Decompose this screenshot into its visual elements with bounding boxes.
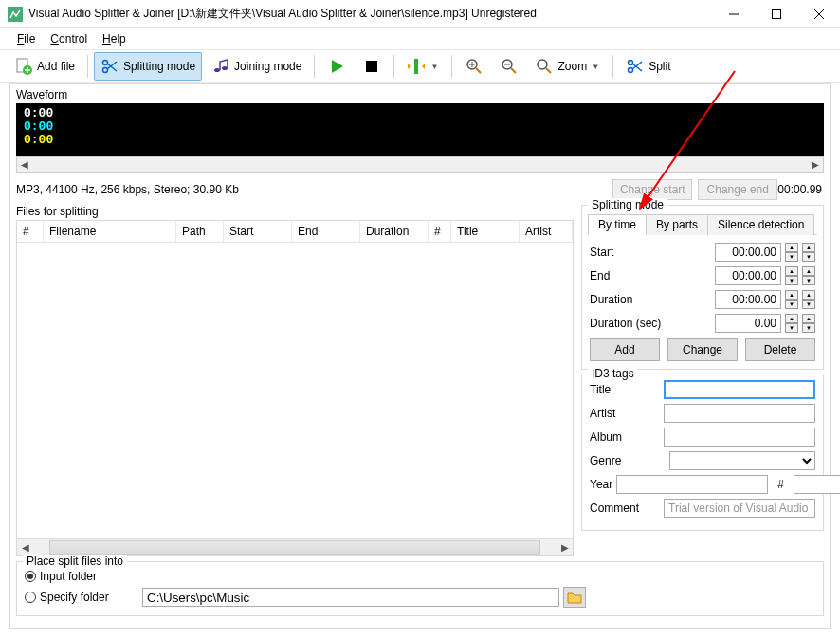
scroll-thumb[interactable] bbox=[49, 540, 540, 555]
change-end-button[interactable]: Change end bbox=[698, 179, 777, 200]
table-body bbox=[17, 243, 573, 538]
end-input[interactable] bbox=[715, 266, 781, 285]
input-folder-radio-row[interactable]: Input folder bbox=[25, 568, 815, 585]
scroll-right-icon[interactable]: ▶ bbox=[808, 159, 823, 170]
minimize-button[interactable] bbox=[712, 0, 755, 27]
add-button[interactable]: Add bbox=[590, 338, 660, 361]
duration-sec-spinner[interactable]: ▲▼ bbox=[785, 314, 798, 333]
dropdown-icon: ▼ bbox=[429, 63, 439, 71]
end-spinner[interactable]: ▲▼ bbox=[785, 266, 798, 285]
split-label: Split bbox=[648, 60, 670, 73]
waveform-display[interactable]: 0:00 0:00 0:00 bbox=[16, 103, 824, 156]
zoom-button[interactable]: Zoom▼ bbox=[528, 52, 607, 81]
menu-file[interactable]: File bbox=[11, 30, 41, 47]
audio-info: MP3, 44100 Hz, 256 kbps, Stereo; 30.90 K… bbox=[16, 183, 575, 196]
files-table[interactable]: # Filename Path Start End Duration # Tit… bbox=[16, 220, 574, 556]
duration-spinner[interactable]: ▲▼ bbox=[785, 290, 798, 309]
notes-icon bbox=[211, 57, 230, 76]
zoom-out-icon bbox=[500, 57, 519, 76]
genre-label: Genre bbox=[590, 454, 666, 467]
end-spinner-2[interactable]: ▲▼ bbox=[802, 266, 815, 285]
hash-label: # bbox=[772, 478, 790, 491]
start-spinner-2[interactable]: ▲▼ bbox=[802, 243, 815, 262]
menu-help[interactable]: Help bbox=[97, 30, 132, 47]
separator bbox=[393, 55, 394, 78]
title-input[interactable] bbox=[664, 380, 815, 399]
specify-folder-radio[interactable] bbox=[25, 592, 36, 603]
zoom-label: Zoom bbox=[557, 60, 587, 73]
id3-panel: ID3 tags Title Artist Album Genre Year# … bbox=[581, 374, 824, 531]
col-filename[interactable]: Filename bbox=[44, 221, 176, 242]
artist-input[interactable] bbox=[664, 404, 815, 423]
joining-mode-button[interactable]: Joining mode bbox=[205, 52, 308, 81]
waveform-time-2: 0:00 bbox=[24, 120, 816, 134]
separator bbox=[314, 55, 315, 78]
change-button[interactable]: Change bbox=[667, 338, 738, 361]
splitting-mode-panel: Splitting mode By time By parts Silence … bbox=[581, 205, 824, 370]
start-spinner[interactable]: ▲▼ bbox=[785, 243, 798, 262]
markers-icon bbox=[407, 57, 426, 76]
col-start[interactable]: Start bbox=[224, 221, 292, 242]
input-folder-radio[interactable] bbox=[25, 571, 36, 582]
col-artist[interactable]: Artist bbox=[520, 221, 573, 242]
specify-folder-label: Specify folder bbox=[40, 591, 109, 604]
zoom-icon bbox=[535, 57, 554, 76]
scroll-left-icon[interactable]: ◀ bbox=[17, 159, 32, 170]
year-input[interactable] bbox=[616, 475, 768, 494]
maximize-button[interactable] bbox=[755, 0, 797, 27]
browse-button[interactable] bbox=[563, 587, 586, 608]
play-icon bbox=[327, 57, 346, 76]
stop-button[interactable] bbox=[356, 52, 388, 81]
scroll-right-icon[interactable]: ▶ bbox=[557, 542, 573, 553]
col-end[interactable]: End bbox=[292, 221, 360, 242]
files-label: Files for splitting bbox=[16, 205, 574, 218]
add-file-button[interactable]: Add file bbox=[8, 52, 82, 81]
svg-rect-2 bbox=[772, 9, 780, 18]
joining-mode-label: Joining mode bbox=[234, 60, 301, 73]
comment-input[interactable] bbox=[664, 499, 815, 518]
zoom-out-button[interactable] bbox=[493, 52, 525, 81]
specify-folder-radio-row[interactable]: Specify folder bbox=[25, 589, 138, 606]
path-input[interactable] bbox=[142, 588, 559, 607]
title-label: Title bbox=[590, 383, 660, 396]
waveform-time-1: 0:00 bbox=[24, 107, 816, 120]
col-title[interactable]: Title bbox=[451, 221, 520, 242]
add-file-icon bbox=[14, 57, 33, 76]
scroll-left-icon[interactable]: ◀ bbox=[17, 542, 33, 553]
input-folder-label: Input folder bbox=[40, 570, 97, 583]
track-input[interactable] bbox=[794, 475, 840, 494]
col-num2[interactable]: # bbox=[429, 221, 451, 242]
app-icon bbox=[8, 7, 23, 22]
genre-select[interactable] bbox=[669, 451, 815, 470]
tab-by-parts[interactable]: By parts bbox=[646, 214, 708, 235]
waveform-scrollbar[interactable]: ◀▶ bbox=[16, 156, 824, 173]
separator bbox=[451, 55, 452, 78]
duration-input[interactable] bbox=[715, 290, 781, 309]
play-button[interactable] bbox=[320, 52, 353, 81]
duration-sec-input[interactable] bbox=[715, 314, 781, 333]
splitting-mode-button[interactable]: Splitting mode bbox=[94, 52, 202, 81]
svg-point-9 bbox=[214, 68, 220, 72]
output-panel: Place split files into Input folder Spec… bbox=[16, 561, 824, 616]
split-button[interactable]: Split bbox=[619, 52, 677, 81]
duration-spinner-2[interactable]: ▲▼ bbox=[802, 290, 815, 309]
toolbar: Add file Splitting mode Joining mode ▼ Z… bbox=[0, 49, 840, 83]
delete-button[interactable]: Delete bbox=[745, 338, 815, 361]
change-start-button[interactable]: Change start bbox=[612, 179, 692, 200]
table-hscrollbar[interactable]: ◀▶ bbox=[17, 538, 573, 555]
waveform-time-3: 0:00 bbox=[24, 134, 816, 147]
col-path[interactable]: Path bbox=[176, 221, 224, 242]
zoom-in-button[interactable] bbox=[458, 52, 490, 81]
scissors-icon bbox=[100, 57, 119, 76]
start-input[interactable] bbox=[715, 243, 781, 262]
menu-control[interactable]: Control bbox=[45, 30, 93, 47]
duration-sec-spinner-2[interactable]: ▲▼ bbox=[802, 314, 815, 333]
folder-icon bbox=[567, 591, 582, 604]
col-num[interactable]: # bbox=[17, 221, 44, 242]
album-input[interactable] bbox=[664, 428, 815, 447]
col-duration[interactable]: Duration bbox=[360, 221, 429, 242]
tab-by-time[interactable]: By time bbox=[588, 214, 647, 235]
close-button[interactable] bbox=[797, 0, 840, 27]
markers-button[interactable]: ▼ bbox=[400, 52, 446, 81]
tab-silence-detection[interactable]: Silence detection bbox=[707, 214, 814, 235]
